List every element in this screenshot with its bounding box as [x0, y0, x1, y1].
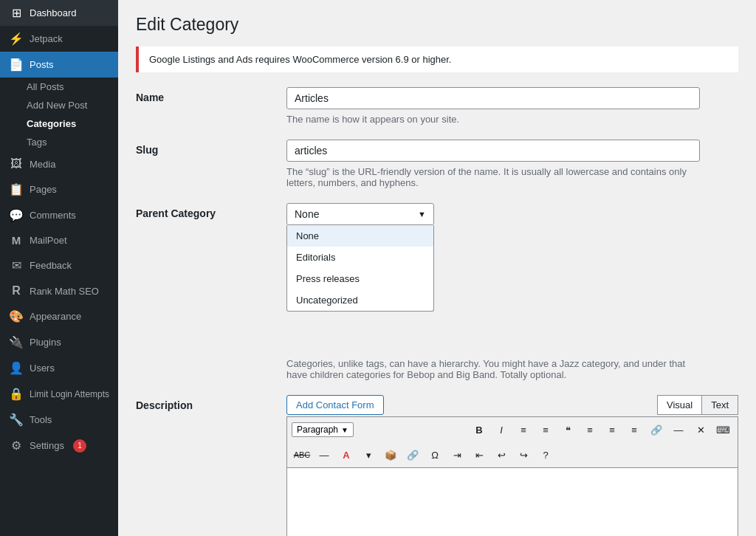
slug-label: Slug [136, 140, 269, 156]
parent-section: Parent Category None ▼ None Editorials P… [136, 203, 738, 380]
sidebar-item-jetpack[interactable]: ⚡ Jetpack [0, 26, 118, 52]
page-title: Edit Category [136, 15, 738, 35]
sidebar-item-feedback[interactable]: ✉ Feedback [0, 252, 118, 278]
align-right-button[interactable]: ≡ [624, 420, 645, 439]
horizontal-rule-button[interactable]: — [668, 420, 689, 439]
slug-hint: The “slug” is the URL-friendly version o… [286, 166, 700, 188]
hr-button[interactable]: — [314, 445, 334, 464]
name-field: The name is how it appears on your site. [286, 87, 738, 125]
notice-banner: Google Listings and Ads requires WooComm… [136, 47, 738, 72]
sidebar-item-rankmath[interactable]: R Rank Math SEO [0, 278, 118, 303]
sidebar-item-limitlogin[interactable]: 🔒 Limit Login Attempts [0, 381, 118, 407]
media-icon: 🖼 [9, 157, 24, 171]
name-section: Name The name is how it appears on your … [136, 87, 738, 125]
mailpoet-icon: M [9, 234, 24, 247]
description-editor[interactable] [286, 467, 738, 536]
dropdown-option-editorials[interactable]: Editorials [287, 247, 433, 268]
ordered-list-button[interactable]: ≡ [535, 420, 556, 439]
sidebar-item-plugins[interactable]: 🔌 Plugins [0, 329, 118, 355]
link-button[interactable]: 🔗 [646, 420, 667, 439]
feedback-icon: ✉ [9, 258, 24, 272]
paragraph-label: Paragraph [297, 425, 338, 435]
description-section: Description Add Contact Form Visual Text… [136, 395, 738, 536]
tab-text[interactable]: Text [702, 395, 738, 415]
sidebar-item-users[interactable]: 👤 Users [0, 355, 118, 381]
indent-button[interactable]: ⇥ [447, 445, 467, 464]
sidebar-item-comments[interactable]: 💬 Comments [0, 202, 118, 228]
sidebar-item-mailpoet[interactable]: M MailPoet [0, 228, 118, 252]
parent-dropdown[interactable]: None ▼ [286, 203, 434, 225]
main-content: Edit Category Google Listings and Ads re… [118, 0, 756, 536]
align-center-button[interactable]: ≡ [602, 420, 622, 439]
sidebar-item-settings[interactable]: ⚙ Settings 1 [0, 433, 118, 458]
chevron-down-icon: ▼ [418, 210, 426, 219]
sidebar-item-posts[interactable]: 📄 Posts [0, 52, 118, 78]
insert-button[interactable]: 📦 [380, 445, 401, 464]
parent-label: Parent Category [136, 203, 269, 219]
redo-button[interactable]: ↪ [513, 445, 534, 464]
paragraph-select[interactable]: Paragraph ▼ [292, 422, 354, 437]
remove-format-button[interactable]: ✕ [690, 420, 711, 439]
limitlogin-icon: 🔒 [9, 387, 24, 401]
editor-toolbar-row1: Paragraph ▼ B I ≡ ≡ ❝ ≡ ≡ ≡ 🔗 — ✕ ⌨ [286, 416, 738, 442]
editor-tabs: Visual Text [657, 395, 738, 415]
sidebar-item-pages[interactable]: 📋 Pages [0, 176, 118, 202]
slug-section: Slug The “slug” is the URL-friendly vers… [136, 140, 738, 188]
sidebar-sub-tags[interactable]: Tags [0, 133, 118, 151]
sidebar-item-media[interactable]: 🖼 Media [0, 151, 118, 176]
align-left-button[interactable]: ≡ [580, 420, 600, 439]
jetpack-icon: ⚡ [9, 32, 24, 46]
paragraph-chevron-icon: ▼ [341, 426, 348, 434]
fullscreen-button[interactable]: ⌨ [712, 420, 733, 439]
posts-icon: 📄 [9, 58, 24, 72]
editor-toolbar-buttons: B I ≡ ≡ ❝ ≡ ≡ ≡ 🔗 — ✕ ⌨ [469, 420, 733, 439]
settings-badge: 1 [73, 439, 86, 453]
sidebar-item-appearance[interactable]: 🎨 Appearance [0, 303, 118, 329]
dashboard-icon: ⊞ [9, 6, 24, 20]
users-icon: 👤 [9, 361, 24, 375]
name-label: Name [136, 87, 269, 103]
italic-button[interactable]: I [491, 420, 512, 439]
pages-icon: 📋 [9, 182, 24, 196]
name-hint: The name is how it appears on your site. [286, 114, 700, 125]
comments-icon: 💬 [9, 208, 24, 222]
undo-button[interactable]: ↩ [491, 445, 512, 464]
text-color-button[interactable]: A [336, 445, 357, 464]
parent-dropdown-menu: None Editorials Press releases Uncategor… [286, 225, 434, 312]
sidebar-item-dashboard[interactable]: ⊞ Dashboard [0, 0, 118, 26]
sidebar-sub-categories[interactable]: Categories [0, 114, 118, 133]
editor-wrapper: Add Contact Form Visual Text Paragraph ▼… [286, 395, 738, 536]
tools-icon: 🔧 [9, 413, 24, 427]
dropdown-option-uncategorized[interactable]: Uncategorized [287, 289, 433, 311]
strikethrough-button[interactable]: ABC [292, 445, 312, 464]
unordered-list-button[interactable]: ≡ [513, 420, 534, 439]
slug-input[interactable] [286, 140, 700, 162]
parent-dropdown-wrapper: None ▼ None Editorials Press releases Un… [286, 203, 434, 225]
name-input[interactable] [286, 87, 700, 109]
editor-topbar: Add Contact Form Visual Text [286, 395, 738, 415]
tab-visual[interactable]: Visual [657, 395, 702, 415]
parent-field: None ▼ None Editorials Press releases Un… [286, 203, 738, 380]
dropdown-option-none[interactable]: None [287, 225, 433, 247]
add-contact-form-button[interactable]: Add Contact Form [286, 395, 384, 415]
sidebar: ⊞ Dashboard ⚡ Jetpack 📄 Posts All Posts … [0, 0, 118, 536]
appearance-icon: 🎨 [9, 309, 24, 323]
description-label: Description [136, 395, 269, 411]
omega-button[interactable]: Ω [425, 445, 445, 464]
help-button[interactable]: ? [535, 445, 556, 464]
bold-button[interactable]: B [469, 420, 489, 439]
blockquote-button[interactable]: ❝ [557, 420, 578, 439]
parent-selected-value: None [295, 208, 319, 220]
parent-hint: Categories, unlike tags, can have a hier… [286, 358, 700, 380]
color-dropdown-button[interactable]: ▾ [358, 445, 379, 464]
slug-field: The “slug” is the URL-friendly version o… [286, 140, 738, 188]
sidebar-item-tools[interactable]: 🔧 Tools [0, 407, 118, 433]
outdent-button[interactable]: ⇤ [469, 445, 489, 464]
sidebar-sub-add-new-post[interactable]: Add New Post [0, 96, 118, 114]
sidebar-sub-all-posts[interactable]: All Posts [0, 78, 118, 96]
link2-button[interactable]: 🔗 [402, 445, 423, 464]
plugins-icon: 🔌 [9, 335, 24, 349]
editor-toolbar-row2: ABC — A ▾ 📦 🔗 Ω ⇥ ⇤ ↩ ↪ ? [286, 442, 738, 467]
settings-icon: ⚙ [9, 439, 24, 453]
dropdown-option-press-releases[interactable]: Press releases [287, 268, 433, 289]
